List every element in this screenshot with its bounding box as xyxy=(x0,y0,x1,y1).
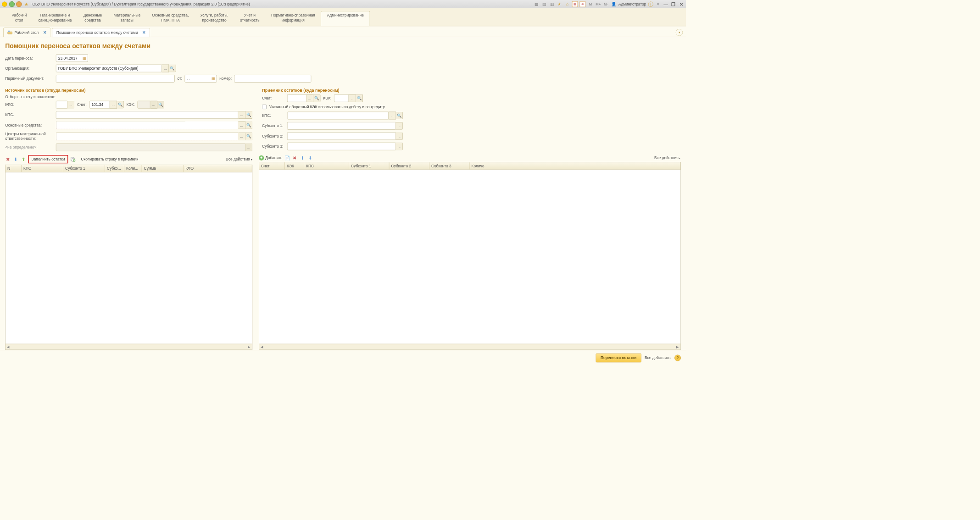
close-button[interactable]: ✕ xyxy=(678,1,684,6)
grid-body[interactable] xyxy=(6,172,252,344)
sub3-input[interactable] xyxy=(287,143,396,150)
account-input[interactable]: 101.34 xyxy=(89,101,110,109)
os-search-icon[interactable]: 🔍 xyxy=(245,122,252,129)
primary-doc-input[interactable] xyxy=(56,75,175,83)
number-input[interactable] xyxy=(234,75,312,83)
col-kek[interactable]: КЭК xyxy=(285,162,304,169)
grid-body[interactable] xyxy=(259,170,680,344)
copy-icon[interactable]: 📄 xyxy=(284,155,290,161)
target-account-search-icon[interactable]: 🔍 xyxy=(313,94,320,102)
tab-close-icon[interactable]: ✕ xyxy=(43,30,47,35)
responsibility-input[interactable] xyxy=(56,133,239,140)
col-sub2[interactable]: Субконто 2 xyxy=(389,162,429,169)
tab-assistant[interactable]: Помощник переноса остатков между счетами… xyxy=(52,28,150,37)
col-sub3[interactable]: Субконто 3 xyxy=(429,162,470,169)
m-minus-button[interactable]: M- xyxy=(603,1,609,7)
maximize-button[interactable]: ❐ xyxy=(671,1,677,6)
sub1-input[interactable] xyxy=(287,122,396,130)
target-kek-input[interactable] xyxy=(334,94,349,102)
target-kps-input[interactable] xyxy=(287,112,389,120)
col-sub[interactable]: Субко... xyxy=(105,165,124,172)
all-actions-dropdown[interactable]: Все действия xyxy=(226,157,252,161)
nav-back-icon[interactable] xyxy=(9,1,15,7)
source-grid[interactable]: N КПС Субконто 1 Субко... Коли... Сумма … xyxy=(5,165,252,350)
sub2-pick-button[interactable]: ... xyxy=(395,133,402,140)
grid-hscroll[interactable]: ◀▶ xyxy=(259,344,680,350)
organization-search-icon[interactable]: 🔍 xyxy=(169,65,176,72)
move-up-icon[interactable]: ⬆ xyxy=(21,156,27,162)
tab-close-icon[interactable]: ✕ xyxy=(142,30,146,35)
nav-planning[interactable]: Планирование и санкционирование xyxy=(33,11,78,26)
sub1-pick-button[interactable]: ... xyxy=(395,122,402,130)
kfo-pick-button[interactable]: ... xyxy=(67,101,74,109)
kps-input[interactable] xyxy=(56,111,239,119)
m-button[interactable]: M xyxy=(588,1,594,7)
calculator-icon[interactable]: ▦ xyxy=(572,1,578,7)
target-account-input[interactable] xyxy=(287,94,306,102)
info-icon[interactable]: i xyxy=(648,1,653,6)
toolbar-icon[interactable]: ▤ xyxy=(541,1,547,7)
col-sum[interactable]: Сумма xyxy=(142,165,184,172)
footer-all-actions-dropdown[interactable]: Все действия xyxy=(645,356,671,360)
copy-to-target-button[interactable]: Скопировать строку в приемник xyxy=(78,155,141,163)
delete-icon[interactable]: ✖ xyxy=(292,155,298,161)
col-qty[interactable]: Коли... xyxy=(124,165,142,172)
tabs-dropdown-icon[interactable]: ▾ xyxy=(676,29,683,36)
col-kfo[interactable]: КФО xyxy=(184,165,252,172)
favorite-icon[interactable]: ★ xyxy=(24,1,28,6)
target-kek-search-icon[interactable]: 🔍 xyxy=(356,94,363,102)
calendar-icon[interactable]: ▦ xyxy=(212,77,215,81)
calendar-icon[interactable]: 31 xyxy=(580,1,586,7)
sub3-pick-button[interactable]: ... xyxy=(395,143,402,150)
help-icon[interactable]: ? xyxy=(674,355,681,361)
target-grid[interactable]: Счет КЭК КПС Субконто 1 Субконто 2 Субко… xyxy=(259,162,681,350)
kps-search-icon[interactable]: 🔍 xyxy=(245,111,252,119)
nav-cash[interactable]: Денежные средства xyxy=(78,11,108,26)
responsibility-pick-button[interactable]: ... xyxy=(238,133,245,140)
target-kek-pick-button[interactable]: ... xyxy=(349,94,356,102)
col-sub1[interactable]: Субконто 1 xyxy=(349,162,390,169)
grid-hscroll[interactable]: ◀▶ xyxy=(6,344,252,350)
col-kps[interactable]: КПС xyxy=(304,162,349,169)
delete-icon[interactable]: ✖ xyxy=(5,156,11,162)
user-label[interactable]: Администратор xyxy=(618,2,646,6)
star-icon[interactable]: ★ xyxy=(557,1,562,7)
transfer-balances-button[interactable]: Перенести остатки xyxy=(596,354,641,363)
move-down-icon[interactable]: ⬇ xyxy=(13,156,19,162)
target-kps-search-icon[interactable]: 🔍 xyxy=(395,112,402,120)
toolbar-icon[interactable]: ▥ xyxy=(549,1,555,7)
move-down-icon[interactable]: ⬇ xyxy=(307,155,313,161)
kek-debit-credit-checkbox[interactable] xyxy=(262,105,267,109)
account-pick-button[interactable]: ... xyxy=(110,101,117,109)
all-actions-dropdown[interactable]: Все действия xyxy=(654,155,681,160)
calendar-icon[interactable]: ▦ xyxy=(83,56,86,60)
transfer-date-input[interactable]: 23.04.2017▦ xyxy=(56,54,88,62)
kfo-input[interactable] xyxy=(56,101,67,109)
target-kps-pick-button[interactable]: ... xyxy=(389,112,395,120)
nav-forward-icon[interactable] xyxy=(16,1,22,7)
nav-assets[interactable]: Основные средства, НМА, НПА xyxy=(146,11,195,26)
nav-accounting[interactable]: Учет и отчетность xyxy=(234,11,265,26)
organization-pick-button[interactable]: ... xyxy=(162,65,169,72)
toolbar-icon[interactable]: ▦ xyxy=(534,1,540,7)
add-button[interactable]: +Добавить xyxy=(259,155,282,160)
home-icon[interactable]: ⌂ xyxy=(564,1,570,7)
organization-input[interactable]: ГОБУ ВПО Университет искусств (Субсидия) xyxy=(56,65,162,72)
dropdown-icon[interactable]: ▾ xyxy=(655,1,661,7)
nav-reference[interactable]: Нормативно-справочная информация xyxy=(265,11,321,26)
col-sub1[interactable]: Субконто 1 xyxy=(63,165,105,172)
target-account-pick-button[interactable]: ... xyxy=(306,94,313,102)
nav-admin[interactable]: Администрирование xyxy=(321,11,370,27)
from-date-input[interactable]: . .▦ xyxy=(185,75,217,83)
os-pick-button[interactable]: ... xyxy=(238,122,245,129)
nav-services[interactable]: Услуги, работы, производство xyxy=(195,11,234,26)
col-n[interactable]: N xyxy=(6,165,22,172)
sub2-input[interactable] xyxy=(287,133,396,140)
m-plus-button[interactable]: M+ xyxy=(595,1,601,7)
col-account[interactable]: Счет xyxy=(259,162,285,169)
move-up-icon[interactable]: ⬆ xyxy=(300,155,306,161)
os-input[interactable] xyxy=(56,122,239,129)
tab-desktop[interactable]: Рабочий стол ✕ xyxy=(3,28,51,37)
fill-balances-button[interactable]: Заполнить остатки xyxy=(28,155,68,163)
responsibility-search-icon[interactable]: 🔍 xyxy=(245,133,252,140)
